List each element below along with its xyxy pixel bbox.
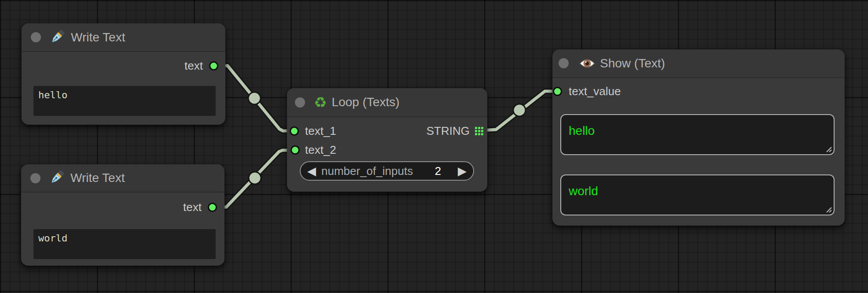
grid-output-icon[interactable] <box>475 127 483 135</box>
node-loop-texts[interactable]: ♻ Loop (Texts) text_1 text_2 STRING ◀ nu… <box>287 88 487 192</box>
node-editor-canvas[interactable]: { "colors": { "wire": "#b8c7af", "port_g… <box>0 0 868 293</box>
node-write-text-2[interactable]: Write Text text world <box>21 164 224 266</box>
node-header[interactable]: Write Text <box>22 23 225 52</box>
resize-grip-icon[interactable] <box>825 145 832 152</box>
node-title: Show (Text) <box>600 56 665 70</box>
collapse-dot[interactable] <box>31 32 41 42</box>
fountain-pen-icon <box>49 29 66 46</box>
output-display-area[interactable]: hello <box>560 114 835 155</box>
text-input-area[interactable]: hello <box>33 86 216 116</box>
eye-icon <box>578 56 596 70</box>
reroute-dot[interactable] <box>513 104 526 116</box>
node-header[interactable]: Write Text <box>21 164 224 193</box>
output-port-text[interactable] <box>208 203 217 212</box>
fountain-pen-icon <box>48 169 66 187</box>
text-input-area[interactable]: world <box>33 229 216 259</box>
widget-label: number_of_inputs <box>321 164 413 178</box>
reroute-dot[interactable] <box>249 172 261 184</box>
node-title: Loop (Texts) <box>332 95 400 109</box>
reroute-dot[interactable] <box>248 92 261 104</box>
resize-grip-icon[interactable] <box>825 206 832 213</box>
input-port-text-1[interactable] <box>290 126 299 136</box>
input-port-text-value[interactable] <box>553 87 562 96</box>
node-title: Write Text <box>70 171 125 185</box>
input-port-label: text_2 <box>305 143 336 157</box>
recycle-icon: ♻ <box>314 95 327 110</box>
output-port-text[interactable] <box>209 61 218 70</box>
node-write-text-1[interactable]: Write Text text hello <box>22 23 225 125</box>
output-port-label: STRING <box>427 124 470 138</box>
node-title: Write Text <box>71 30 125 45</box>
output-port-label: text <box>184 59 203 73</box>
collapse-dot[interactable] <box>295 97 305 108</box>
output-port-label: text <box>183 200 202 214</box>
input-port-label: text_1 <box>305 124 336 138</box>
output-text: hello <box>569 124 595 137</box>
increment-arrow-icon[interactable]: ▶ <box>458 165 467 177</box>
node-header[interactable]: Show (Text) <box>552 49 845 78</box>
widget-value: 2 <box>428 164 448 178</box>
collapse-dot[interactable] <box>30 173 40 183</box>
input-port-label: text_value <box>569 85 621 98</box>
input-port-text-2[interactable] <box>291 145 300 155</box>
node-header[interactable]: ♻ Loop (Texts) <box>287 88 487 117</box>
node-show-text[interactable]: Show (Text) text_value hello world <box>552 49 845 226</box>
decrement-arrow-icon[interactable]: ◀ <box>307 165 316 177</box>
collapse-dot[interactable] <box>559 58 569 68</box>
output-text: world <box>569 184 598 198</box>
number-of-inputs-widget[interactable]: ◀ number_of_inputs 2 ▶ <box>300 161 474 181</box>
output-display-area[interactable]: world <box>560 174 835 215</box>
